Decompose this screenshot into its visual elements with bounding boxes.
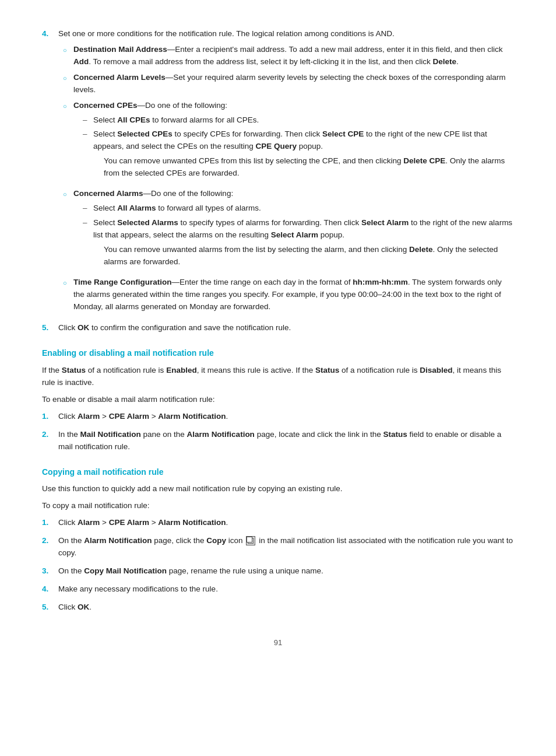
cpes-indent-block: You can remove unwanted CPEs from this l…: [104, 155, 514, 180]
bullet-circle-4: ○: [63, 188, 73, 200]
copy-step-5-num: 5.: [42, 601, 58, 614]
label-alarm-levels: Concerned Alarm Levels: [73, 73, 166, 82]
bullet-time-range: ○ Time Range Configuration—Enter the tim…: [63, 276, 514, 313]
bullet-circle-3: ○: [63, 100, 73, 111]
bold-all-alarms: All Alarms: [117, 204, 156, 212]
copy-steps-list: 1. Click Alarm > CPE Alarm > Alarm Notif…: [42, 517, 514, 614]
bullet-circle-5: ○: [63, 276, 73, 288]
bullet-alarms-content: Concerned Alarms—Do one of the following…: [73, 188, 514, 273]
bold-copy-label: Copy: [206, 536, 226, 545]
bold-delete-cpe: Delete CPE: [403, 156, 445, 165]
bullet-destination-content: Destination Mail Address—Enter a recipie…: [73, 44, 514, 68]
section-enable-heading: Enabling or disabling a mail notificatio…: [42, 347, 514, 360]
bullet-concerned-alarms: ○ Concerned Alarms—Do one of the followi…: [63, 188, 514, 273]
bullet-circle-1: ○: [63, 44, 73, 55]
dash-4: –: [83, 217, 93, 229]
cpes-sub-list: – Select All CPEs to forward alarms for …: [73, 114, 514, 183]
page-content: 4. Set one or more conditions for the no…: [42, 28, 514, 649]
bullet-alarm-levels-content: Concerned Alarm Levels—Set your required…: [73, 72, 514, 96]
bold-status-1: Status: [62, 366, 86, 374]
bold-delete-alarm: Delete: [409, 245, 433, 254]
bold-selected-alarms: Selected Alarms: [117, 218, 178, 227]
label-time-range: Time Range Configuration: [73, 278, 172, 286]
bold-cpe-alarm-1: CPE Alarm: [109, 412, 149, 421]
alarms-sub-2: – Select Selected Alarms to specify type…: [83, 217, 514, 271]
copy-step-1-num: 1.: [42, 517, 58, 529]
cpes-sub-1: – Select All CPEs to forward alarms for …: [83, 114, 514, 127]
bullet-concerned-cpes: ○ Concerned CPEs—Do one of the following…: [63, 100, 514, 185]
bold-selected-cpes: Selected CPEs: [117, 130, 173, 138]
copy-step-2-num: 2.: [42, 535, 58, 559]
bullet-alarm-levels: ○ Concerned Alarm Levels—Set your requir…: [63, 72, 514, 96]
bold-ok-copy: OK: [78, 603, 89, 611]
cpes-sub-2-content: Select Selected CPEs to specify CPEs for…: [93, 128, 514, 182]
bold-delete-1: Delete: [433, 57, 457, 66]
copy-step-1-content: Click Alarm > CPE Alarm > Alarm Notifica…: [58, 517, 514, 529]
enable-step-1-content: Click Alarm > CPE Alarm > Alarm Notifica…: [58, 411, 514, 423]
bold-all-cpes: All CPEs: [117, 116, 150, 124]
bold-add: Add: [73, 57, 89, 66]
bold-alarm-notification-2: Alarm Notification: [158, 518, 226, 527]
bold-select-alarm-popup: Select Alarm: [271, 230, 318, 239]
copy-icon: [246, 536, 255, 545]
copy-step-3-content: On the Copy Mail Notification page, rena…: [58, 565, 514, 578]
copy-step-2: 2. On the Alarm Notification page, click…: [42, 535, 514, 559]
main-numbered-list: 4. Set one or more conditions for the no…: [42, 28, 514, 334]
bold-select-cpe: Select CPE: [322, 130, 364, 138]
alarms-sub-1-content: Select All Alarms to forward all types o…: [93, 202, 514, 215]
step-4-item: 4. Set one or more conditions for the no…: [42, 28, 514, 316]
section-copy-para2: To copy a mail notification rule:: [42, 500, 514, 512]
bold-ok-step5: OK: [78, 323, 89, 332]
copy-step-5-content: Click OK.: [58, 601, 514, 614]
bold-status-field: Status: [383, 430, 407, 439]
page-number: 91: [42, 637, 514, 649]
label-concerned-cpes: Concerned CPEs: [73, 101, 138, 110]
alarms-indent-block: You can remove unwanted alarms from the …: [104, 244, 514, 268]
step-5-number: 5.: [42, 322, 58, 334]
copy-step-3: 3. On the Copy Mail Notification page, r…: [42, 565, 514, 578]
section-enable-para2: To enable or disable a mail alarm notifi…: [42, 394, 514, 406]
bullet-circle-2: ○: [63, 72, 73, 83]
label-destination-mail: Destination Mail Address: [73, 45, 167, 54]
copy-step-4-num: 4.: [42, 583, 58, 596]
section-copy-heading: Copying a mail notification rule: [42, 466, 514, 479]
bold-alarm-notification-1: Alarm Notification: [158, 412, 226, 421]
step-5-item: 5. Click OK to confirm the configuration…: [42, 322, 514, 334]
enable-step-1-num: 1.: [42, 411, 58, 423]
step-4-content: Set one or more conditions for the notif…: [58, 28, 514, 316]
bold-status-2: Status: [315, 366, 339, 374]
bullet-destination-mail: ○ Destination Mail Address—Enter a recip…: [63, 44, 514, 68]
cpes-sub-1-content: Select All CPEs to forward alarms for al…: [93, 114, 514, 127]
dash-1: –: [83, 114, 93, 127]
section-copy-para1: Use this function to quickly add a new m…: [42, 483, 514, 495]
bold-copy-mail-notif: Copy Mail Notification: [84, 566, 167, 575]
step-4-text: Set one or more conditions for the notif…: [58, 29, 395, 38]
step-4-number: 4.: [42, 28, 58, 316]
section-enable-para1: If the Status of a notification rule is …: [42, 365, 514, 389]
copy-step-4: 4. Make any necessary modifications to t…: [42, 583, 514, 596]
copy-step-5: 5. Click OK.: [42, 601, 514, 614]
step4-bullet-list: ○ Destination Mail Address—Enter a recip…: [58, 44, 514, 313]
bold-alarm-1: Alarm: [78, 412, 100, 421]
bullet-cpes-content: Concerned CPEs—Do one of the following: …: [73, 100, 514, 185]
bold-alarm-2: Alarm: [78, 518, 100, 527]
bold-enabled: Enabled: [166, 366, 197, 374]
copy-step-3-num: 3.: [42, 565, 58, 578]
enable-step-2-num: 2.: [42, 429, 58, 453]
dash-2: –: [83, 128, 93, 141]
label-concerned-alarms: Concerned Alarms: [73, 189, 143, 198]
copy-step-4-content: Make any necessary modifications to the …: [58, 583, 514, 596]
enable-step-1: 1. Click Alarm > CPE Alarm > Alarm Notif…: [42, 411, 514, 423]
copy-step-2-content: On the Alarm Notification page, click th…: [58, 535, 514, 559]
bold-cpe-alarm-2: CPE Alarm: [109, 518, 149, 527]
enable-step-2-content: In the Mail Notification pane on the Ala…: [58, 429, 514, 453]
alarms-sub-2-content: Select Selected Alarms to specify types …: [93, 217, 514, 271]
bold-disabled: Disabled: [420, 366, 452, 374]
bold-mail-notif: Mail Notification: [80, 430, 141, 439]
dash-3: –: [83, 202, 93, 215]
step-5-content: Click OK to confirm the configuration an…: [58, 322, 514, 334]
bold-alarm-notif-2: Alarm Notification: [84, 536, 152, 545]
cpes-sub-2: – Select Selected CPEs to specify CPEs f…: [83, 128, 514, 182]
bold-alarm-notif-page: Alarm Notification: [187, 430, 255, 439]
alarms-sub-list: – Select All Alarms to forward all types…: [73, 202, 514, 271]
